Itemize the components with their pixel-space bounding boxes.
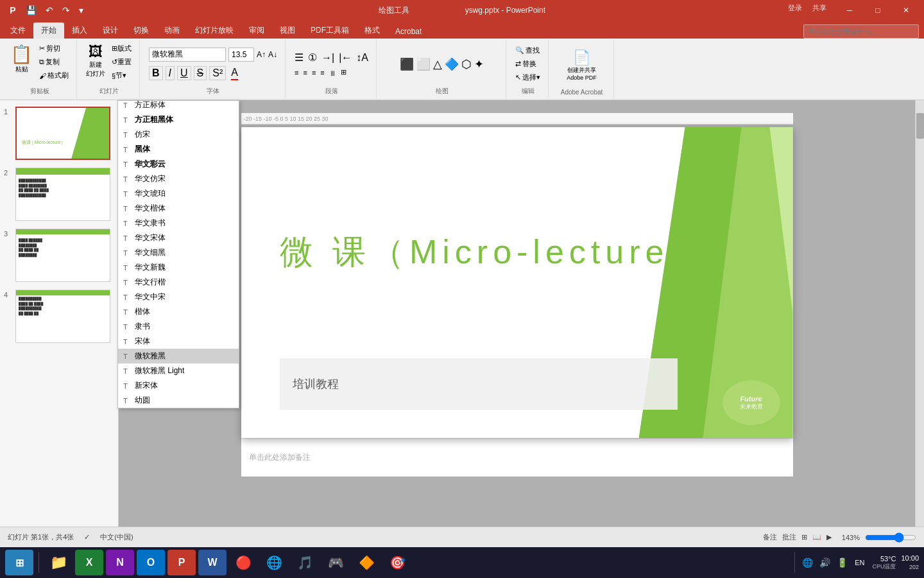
- paste-button[interactable]: 📋 粘贴: [8, 42, 35, 75]
- reset-button[interactable]: ↺重置: [109, 56, 134, 68]
- scrollbar-thumb[interactable]: [916, 113, 924, 139]
- taskbar-onenote[interactable]: N: [106, 550, 134, 575]
- bullets-button[interactable]: ☰: [293, 50, 305, 65]
- font-list-item-10[interactable]: T仿宋: [118, 127, 239, 142]
- battery-icon[interactable]: 🔋: [835, 557, 850, 568]
- slide-thumbnail-3[interactable]: 3 ████ ████████████████ ████ ██████████: [3, 227, 116, 283]
- slide-title[interactable]: 微 课（Micro-lecture）: [280, 230, 708, 275]
- vertical-scrollbar[interactable]: [915, 100, 924, 527]
- create-share-pdf-button[interactable]: 📄 创建并共享Adobe PDF: [564, 48, 599, 82]
- font-list-item-15[interactable]: T华文楷体: [118, 201, 239, 216]
- copy-button[interactable]: ⧉复制: [37, 56, 71, 68]
- font-list-item-18[interactable]: T华文细黑: [118, 245, 239, 260]
- font-list-item-26[interactable]: T微软雅黑 Light: [118, 363, 239, 378]
- font-list-item-8[interactable]: T方正标体: [118, 100, 239, 112]
- shape-effects-button[interactable]: ✦: [474, 57, 484, 71]
- taskbar-app6[interactable]: 🎯: [383, 550, 411, 575]
- text-align-button[interactable]: ⊞: [339, 67, 348, 78]
- tab-view[interactable]: 视图: [272, 22, 303, 39]
- shapes-more[interactable]: ⬜: [416, 57, 431, 71]
- font-list-item-13[interactable]: T华文仿宋: [118, 171, 239, 186]
- font-list-item-12[interactable]: T华文彩云: [118, 157, 239, 171]
- undo-button[interactable]: ↶: [43, 4, 56, 17]
- tab-transitions[interactable]: 切换: [126, 22, 157, 39]
- taskbar-app4[interactable]: 🎮: [321, 550, 350, 575]
- tab-home[interactable]: 开始: [33, 22, 64, 39]
- tab-slideshow[interactable]: 幻灯片放映: [187, 22, 241, 39]
- taskbar-outlook[interactable]: O: [137, 550, 165, 575]
- decrease-indent-button[interactable]: |←: [338, 51, 353, 65]
- text-direction-button[interactable]: ↕A: [355, 51, 370, 65]
- tab-animations[interactable]: 动画: [157, 22, 187, 39]
- taskbar-file-explorer[interactable]: 📁: [44, 550, 73, 575]
- notes-button[interactable]: 备注: [763, 532, 777, 542]
- taskbar-app3[interactable]: 🎵: [291, 550, 319, 575]
- login-label[interactable]: 登录: [788, 3, 802, 17]
- customize-button[interactable]: ▾: [76, 4, 86, 17]
- save-button[interactable]: 💾: [23, 4, 39, 17]
- tab-review[interactable]: 审阅: [241, 22, 272, 39]
- slide-thumbnail-4[interactable]: 4 ██████████████ ██ ████████████████ ███…: [3, 288, 116, 344]
- font-name-input[interactable]: [149, 48, 226, 62]
- volume-icon[interactable]: 🔊: [817, 557, 832, 568]
- maximize-button[interactable]: □: [865, 3, 891, 17]
- view-slideshow-button[interactable]: ▶: [826, 533, 832, 541]
- font-list-item-19[interactable]: T华文新魏: [118, 260, 239, 275]
- section-button[interactable]: §节▾: [109, 69, 134, 82]
- minimize-button[interactable]: ─: [837, 3, 862, 17]
- slide-canvas[interactable]: 微 课（Micro-lecture） 培训教程 Future 未来教育: [241, 127, 793, 438]
- align-center-button[interactable]: ≡: [302, 67, 308, 78]
- close-button[interactable]: ✕: [893, 3, 919, 17]
- network-icon[interactable]: 🌐: [800, 557, 815, 568]
- font-color-button[interactable]: A: [228, 66, 241, 81]
- start-button[interactable]: ⊞: [5, 550, 33, 575]
- font-list-item-21[interactable]: T华文中宋: [118, 290, 239, 304]
- tab-pdf[interactable]: PDF工具箱: [303, 22, 357, 39]
- font-size-input[interactable]: [228, 48, 254, 62]
- align-left-button[interactable]: ≡: [293, 67, 300, 78]
- font-list-item-14[interactable]: T华文琥珀: [118, 186, 239, 201]
- cut-button[interactable]: ✂剪切: [37, 42, 71, 55]
- shape-fill-button[interactable]: 🔷: [445, 57, 459, 71]
- font-list-item-9[interactable]: T方正粗黑体: [118, 112, 239, 127]
- font-list-item-22[interactable]: T楷体: [118, 304, 239, 319]
- new-slide-button[interactable]: 🖼 新建 幻灯片: [83, 42, 108, 80]
- share-label[interactable]: 共享: [812, 3, 826, 17]
- slide-thumbnail-1[interactable]: 1 微课 | Micro-lecture |: [3, 105, 116, 161]
- arrange-button[interactable]: ⬛: [400, 57, 414, 71]
- font-list-item-27[interactable]: T新宋体: [118, 378, 239, 393]
- search-input[interactable]: [803, 24, 919, 39]
- tab-design[interactable]: 设计: [95, 22, 126, 39]
- font-list-item-17[interactable]: T华文宋体: [118, 231, 239, 245]
- italic-button[interactable]: I: [166, 66, 175, 80]
- shadow-button[interactable]: S²: [209, 66, 226, 80]
- select-button[interactable]: ↖选择▾: [513, 71, 543, 83]
- taskbar-word[interactable]: W: [198, 550, 227, 575]
- taskbar-app1[interactable]: 🔴: [229, 550, 257, 575]
- bold-button[interactable]: B: [149, 66, 163, 80]
- view-reading-button[interactable]: 📖: [812, 533, 821, 541]
- font-list-item-11[interactable]: T黑体: [118, 142, 239, 157]
- tab-insert[interactable]: 插入: [64, 22, 95, 39]
- increase-font-button[interactable]: A↑: [257, 50, 266, 59]
- slide-subtitle[interactable]: 培训教程: [293, 376, 339, 392]
- columns-button[interactable]: ⫼: [328, 67, 338, 78]
- redo-button[interactable]: ↷: [60, 4, 73, 17]
- quick-styles-button[interactable]: △: [433, 57, 442, 71]
- tab-file[interactable]: 文件: [3, 22, 33, 39]
- taskbar-app5[interactable]: 🔶: [352, 550, 381, 575]
- font-list-item-16[interactable]: T华文隶书: [118, 216, 239, 231]
- align-right-button[interactable]: ≡: [311, 67, 317, 78]
- align-justify-button[interactable]: ≡: [319, 67, 325, 78]
- taskbar-powerpoint[interactable]: P: [167, 550, 196, 575]
- decrease-font-button[interactable]: A↓: [268, 50, 277, 59]
- font-list-item-25[interactable]: T微软雅黑: [118, 349, 239, 363]
- view-normal-button[interactable]: ⊞: [801, 533, 807, 541]
- tab-format[interactable]: 格式: [357, 22, 388, 39]
- font-list-item-24[interactable]: T宋体: [118, 334, 239, 349]
- format-painter-button[interactable]: 🖌格式刷: [37, 69, 71, 82]
- increase-indent-button[interactable]: →|: [320, 51, 336, 65]
- layout-button[interactable]: ⊞版式: [109, 42, 134, 55]
- notes-area[interactable]: 单击此处添加备注: [241, 438, 793, 477]
- strikethrough-button[interactable]: S: [194, 66, 207, 80]
